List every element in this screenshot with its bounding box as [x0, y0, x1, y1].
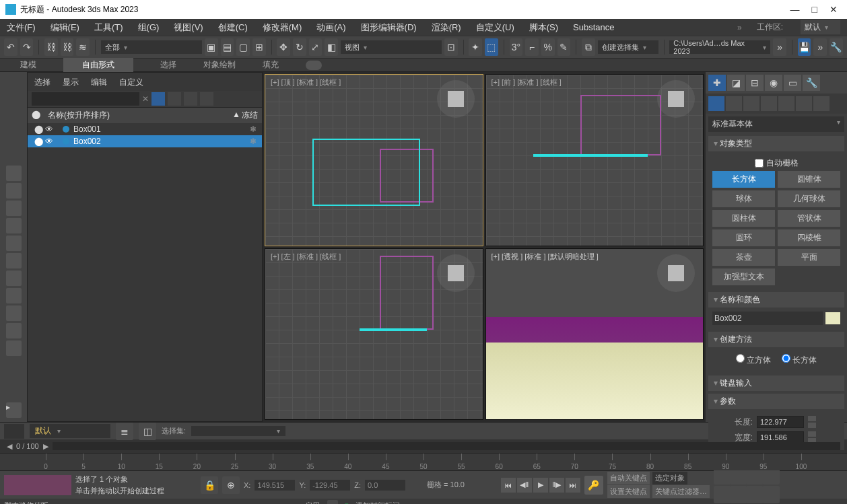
viewport-top[interactable]: [+] [顶 ] [标准 ] [线框 ]: [265, 74, 483, 246]
manipulate-button[interactable]: ✦: [469, 38, 482, 56]
motion-tab-icon[interactable]: ◉: [765, 75, 782, 91]
se-tab-display[interactable]: 显示: [63, 77, 79, 88]
add-time-tag[interactable]: 添加时间标记: [355, 501, 400, 505]
autogrid-checkbox[interactable]: [755, 159, 764, 168]
menu-tools[interactable]: 工具(T): [94, 22, 123, 34]
shapes-cat-icon[interactable]: [726, 96, 742, 111]
lights-cat-icon[interactable]: [743, 96, 759, 111]
named-selection-dropdown[interactable]: 创建选择集▾: [598, 40, 658, 54]
systems-cat-icon[interactable]: [813, 96, 829, 111]
y-coord[interactable]: -129.45: [310, 480, 350, 491]
display-geometry-icon[interactable]: [6, 166, 22, 181]
placement-button[interactable]: ◧: [325, 38, 338, 56]
select-by-name-button[interactable]: ▤: [221, 38, 234, 56]
prev-frame-icon[interactable]: ◀Ⅱ: [517, 478, 532, 493]
freeze-icon[interactable]: ❄: [248, 137, 258, 146]
viewcube-icon[interactable]: [437, 254, 475, 292]
rotate-button[interactable]: ↻: [293, 38, 306, 56]
setkey-button[interactable]: 设置关键点: [607, 485, 650, 498]
prim-sphere[interactable]: 球体: [712, 190, 775, 207]
undo-button[interactable]: ↶: [4, 38, 18, 56]
play-icon[interactable]: ▶: [533, 478, 548, 493]
menu-render[interactable]: 渲染(R): [432, 22, 461, 34]
walk-icon[interactable]: [730, 486, 747, 503]
scale-button[interactable]: ⤢: [309, 38, 323, 56]
goto-end-icon[interactable]: ⏭: [566, 478, 580, 493]
prim-cylinder[interactable]: 圆柱体: [712, 210, 775, 227]
sel-lock-icon[interactable]: 🔒: [201, 476, 218, 494]
angle-snap-button[interactable]: 3°: [510, 38, 523, 56]
ribbon-fill[interactable]: 填充: [263, 59, 279, 71]
rollout-params[interactable]: 参数: [708, 394, 844, 409]
spacewarps-cat-icon[interactable]: [796, 96, 812, 111]
menu-edit[interactable]: 编辑(E): [50, 22, 79, 34]
link-button[interactable]: ⛓: [44, 38, 58, 56]
expand-flyout-icon[interactable]: ▸: [6, 402, 22, 418]
qat-overflow-icon[interactable]: »: [813, 38, 827, 56]
spin-up-icon[interactable]: [808, 416, 816, 421]
viewcube-icon[interactable]: [657, 80, 695, 118]
ribbon-toggle-icon[interactable]: [306, 61, 322, 70]
max-toggle-icon[interactable]: [762, 486, 780, 503]
maximize-button[interactable]: □: [812, 4, 817, 15]
customize-button[interactable]: 🔧: [829, 38, 843, 56]
select-object-button[interactable]: ▣: [205, 38, 218, 56]
object-name-input[interactable]: [712, 312, 823, 325]
bind-spacewarp-button[interactable]: ≋: [76, 38, 90, 56]
edit-named-sel-button[interactable]: ✎: [557, 38, 571, 56]
prim-tube[interactable]: 管状体: [778, 210, 840, 227]
minimize-button[interactable]: —: [790, 4, 800, 15]
se-tab-edit[interactable]: 编辑: [91, 77, 107, 88]
menu-substance[interactable]: Substance: [573, 22, 614, 32]
set-key-icon[interactable]: 🔑: [584, 476, 603, 495]
viewcube-icon[interactable]: [437, 80, 475, 118]
display-spacewarps-icon[interactable]: [6, 253, 22, 268]
display-helpers-icon[interactable]: [6, 236, 22, 251]
move-button[interactable]: ✥: [277, 38, 290, 56]
keyfilter-button[interactable]: 关键点过滤器…: [652, 485, 710, 498]
toolbar-overflow-icon[interactable]: »: [773, 38, 786, 56]
prim-box[interactable]: 长方体: [712, 171, 775, 188]
helpers-cat-icon[interactable]: [778, 96, 794, 111]
ref-coord-dropdown[interactable]: 视图▾: [341, 40, 442, 54]
prim-geosphere[interactable]: 几何球体: [778, 190, 840, 207]
rollout-name-color[interactable]: 名称和颜色: [708, 292, 844, 308]
se-search-input[interactable]: [32, 92, 139, 106]
display-containers-icon[interactable]: [6, 323, 22, 338]
autokey-button[interactable]: 自动关键点: [607, 472, 650, 484]
display-bone-icon[interactable]: [6, 305, 22, 321]
rollout-object-type[interactable]: 对象类型: [708, 136, 844, 151]
layer-icon[interactable]: ≣: [116, 423, 133, 440]
display-xrefs-icon[interactable]: [6, 288, 22, 303]
viewport-left[interactable]: [+] [左 ] [标准 ] [线框 ]: [265, 248, 483, 421]
list-item[interactable]: ⬤ 👁 Box002 ❄: [28, 135, 262, 147]
modify-tab-icon[interactable]: ◪: [727, 75, 745, 91]
filter-icon[interactable]: [151, 92, 165, 106]
ribbon-select[interactable]: 选择: [160, 59, 176, 71]
snap-toggle-button[interactable]: ⬚: [485, 38, 498, 56]
spin-down-icon[interactable]: [808, 423, 816, 428]
isolate-icon[interactable]: ◫: [139, 423, 156, 440]
display-cameras-icon[interactable]: [6, 218, 22, 233]
geometry-cat-icon[interactable]: [708, 96, 724, 111]
menu-group[interactable]: 组(G): [138, 22, 160, 34]
se-tab-select[interactable]: 选择: [34, 77, 50, 88]
prim-teapot[interactable]: 茶壶: [712, 249, 775, 266]
cameras-cat-icon[interactable]: [761, 96, 777, 111]
menu-create[interactable]: 创建(C): [218, 22, 248, 34]
mirror-button[interactable]: ⧉: [582, 38, 595, 56]
se-tab-custom[interactable]: 自定义: [119, 77, 143, 88]
display-lights-icon[interactable]: [6, 201, 22, 216]
selection-filter-dropdown[interactable]: 全部▾: [101, 40, 202, 54]
se-column-header[interactable]: ⬤ 名称(按升序排序) ▲ 冻结: [28, 108, 262, 123]
mini-listener-label[interactable]: 脚本迷你侦听…: [4, 501, 56, 505]
length-spinner[interactable]: 122.977: [757, 416, 804, 428]
x-coord[interactable]: 149.515: [255, 480, 295, 491]
primitive-category-dropdown[interactable]: 标准基本体 ▾: [708, 116, 844, 132]
unlink-button[interactable]: ⛓: [61, 38, 74, 56]
eye-icon[interactable]: 👁: [45, 137, 55, 146]
viewcube-icon[interactable]: [657, 254, 695, 292]
next-frame-icon[interactable]: Ⅱ▶: [549, 478, 564, 493]
rollout-keyboard[interactable]: 键盘输入: [708, 375, 844, 391]
sel-obj-dropdown[interactable]: 选定对象: [652, 472, 687, 484]
